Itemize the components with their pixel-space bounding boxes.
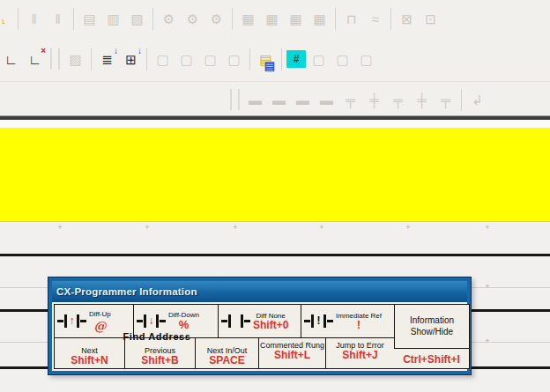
stack-transfer-icon[interactable]: ≣↓ <box>96 48 118 70</box>
toolbar-separator <box>18 8 19 30</box>
next-in-out-shortcut: SPACE <box>209 355 244 367</box>
rung-divider <box>0 254 550 256</box>
monitor-hex-icon[interactable]: # <box>286 50 306 68</box>
grid-mark: + <box>485 283 489 291</box>
shortcut-cell-immediate-ref: ! Immediate Ref ! <box>301 305 394 337</box>
download-to-plc-icon[interactable]: ▤ <box>78 8 100 30</box>
toolbar-divider-line <box>0 81 550 82</box>
toolbar-row-standard: ⚠‖‖▤▥▧⚙⚙⚙▦▦▦▦⊓≈⊠⊡ <box>0 4 442 33</box>
immediate-ref-shortcut: ! <box>357 320 360 332</box>
contact-diff-down-icon: ↓ <box>137 314 166 329</box>
cx-programmer-window: ⚠‖‖▤▥▧⚙⚙⚙▦▦▦▦⊓≈⊠⊡ ∟∟×▨≣↓⊞↓▢▢▢▢▤▤#▢▢▢ ▬▬▬… <box>0 0 550 392</box>
rung-block-icon-3[interactable]: ▬ <box>292 89 314 111</box>
cx-programmer-information-dialog: CX-Programmer Information ↑ Diff-Up @ ↓ <box>48 277 472 375</box>
check-program-icon[interactable]: ▢ <box>355 48 377 70</box>
toolbar-separator <box>461 89 462 111</box>
previous-shortcut: Shift+B <box>141 355 178 367</box>
diff-up-label: Diff-Up <box>89 310 111 318</box>
pause-icon[interactable]: ‖ <box>47 8 69 30</box>
information-shortcut: Ctrl+Shift+I <box>403 353 460 366</box>
grid-mark: + <box>145 224 149 232</box>
toolbar-separator <box>91 48 92 70</box>
toolbar-grip <box>50 48 60 70</box>
monitor-panel-alt-icon[interactable]: ▦ <box>308 8 331 30</box>
grid-mark: + <box>485 224 489 232</box>
shortcut-table: ↑ Diff-Up @ ↓ Diff-Down % <box>54 304 470 369</box>
force-on-icon[interactable]: ▢ <box>152 48 174 70</box>
lock-icon[interactable]: ⊠ <box>396 8 418 30</box>
ladder-symbol-icon-4[interactable]: ╪ <box>411 89 433 111</box>
shortcut-cell-information: Information Show/Hide <box>394 305 469 349</box>
dialog-content: ↑ Diff-Up @ ↓ Diff-Down % <box>52 302 467 371</box>
ladder-symbol-icon-5[interactable]: ╤ <box>435 89 457 111</box>
toolbar-separator <box>281 48 282 70</box>
jump-to-error-shortcut: Shift+J <box>342 350 377 362</box>
force-off-icon[interactable]: ▢ <box>175 48 197 70</box>
cancel-monitor-icon[interactable]: ▢ <box>331 48 353 70</box>
diff-none-shortcut: Shift+0 <box>253 320 288 332</box>
return-wire-icon[interactable]: ↲ <box>466 89 488 111</box>
next-shortcut: Shift+N <box>71 355 108 367</box>
shortcut-cell-commented-rung: Commented Rung Shift+L <box>259 338 326 368</box>
toolbar-separator <box>232 8 233 30</box>
new-ladder-line-icon[interactable]: ∟ <box>0 48 22 70</box>
contact-diff-none-icon <box>221 314 250 329</box>
monitor-panel-icon[interactable]: ▦ <box>285 8 307 30</box>
information-label-line1: Information <box>410 315 454 327</box>
contact-diff-up-icon: ↑ <box>57 314 86 329</box>
online-edit-icon[interactable]: ⚙ <box>158 8 180 30</box>
grid-mark: + <box>405 224 410 232</box>
dialog-titlebar[interactable]: CX-Programmer Information <box>52 281 467 302</box>
step-signal-icon[interactable]: ⊓ <box>340 8 362 30</box>
toolbar-separator <box>335 8 336 30</box>
shortcut-cell-previous: Previous Shift+B <box>125 338 196 368</box>
address-grid-icon[interactable]: ⊞↓ <box>120 48 142 70</box>
toolbar-separator <box>152 8 153 30</box>
table-border-line <box>55 337 394 338</box>
find-address-header: Find Address <box>55 331 259 342</box>
time-chart-icon[interactable]: ≈ <box>364 8 386 30</box>
diff-down-shortcut: % <box>179 319 190 332</box>
grid-mark: + <box>319 224 323 232</box>
pause-monitor-icon[interactable]: ‖ <box>23 8 45 30</box>
rung-block-icon-2[interactable]: ▬ <box>268 89 290 111</box>
ladder-symbol-icon-2[interactable]: ╪ <box>363 89 385 111</box>
ladder-symbol-icon-1[interactable]: ╤ <box>339 89 361 111</box>
shortcut-cell-information-toggle: Ctrl+Shift+I <box>394 350 469 368</box>
shortcut-cell-next-in-out: Next In/Out SPACE <box>196 338 259 368</box>
compare-with-plc-icon[interactable]: ▧ <box>126 8 148 30</box>
toolbar-separator <box>390 8 391 30</box>
release-online-edit-icon[interactable]: ⚙ <box>205 8 227 30</box>
information-label-line2: Show/Hide <box>411 327 453 338</box>
project-warning-icon[interactable]: ⚠ <box>2 8 13 30</box>
watch-window-icon[interactable]: ▤▤ <box>255 48 277 70</box>
unlock-icon[interactable]: ⊡ <box>420 8 442 30</box>
grid-mark: + <box>485 337 489 345</box>
send-changes-icon[interactable]: ⚙ <box>182 8 204 30</box>
commented-rung-shortcut: Shift+L <box>274 350 310 362</box>
toolbar-separator <box>146 48 147 70</box>
toolbar-separator <box>249 48 250 70</box>
highlighted-rung[interactable] <box>0 128 550 222</box>
paste-rung-icon[interactable]: ▨ <box>64 48 86 70</box>
rung-block-icon-1[interactable]: ▬ <box>244 89 266 111</box>
set-value-icon[interactable]: ▢ <box>223 48 245 70</box>
grid-mark: + <box>233 224 237 232</box>
dialog-title: CX-Programmer Information <box>56 286 197 297</box>
contact-immediate-ref-icon: ! <box>304 314 333 329</box>
toolbar-row-diagram: ∟∟×▨≣↓⊞↓▢▢▢▢▤▤#▢▢▢ <box>0 44 377 74</box>
upload-from-plc-icon[interactable]: ▥ <box>102 8 124 30</box>
toolbar-separator <box>73 8 74 30</box>
toolbar-grip <box>230 89 240 110</box>
io-table-icon[interactable]: ▦ <box>237 8 259 30</box>
ladder-symbol-icon-3[interactable]: ╤ <box>387 89 409 111</box>
splitter-lower-strip <box>0 120 550 128</box>
differential-monitor-icon[interactable]: ▢ <box>308 48 330 70</box>
rung-block-icon-4[interactable]: ▬ <box>316 89 338 111</box>
io-table-clear-icon[interactable]: ▦ <box>261 8 283 30</box>
force-cancel-icon[interactable]: ▢ <box>199 48 221 70</box>
shortcut-cell-next: Next Shift+N <box>55 338 125 368</box>
shortcut-cell-jump-to-error: Jump to Error Shift+J <box>326 338 394 368</box>
grid-mark: + <box>57 224 62 232</box>
delete-ladder-line-icon[interactable]: ∟× <box>24 48 46 70</box>
